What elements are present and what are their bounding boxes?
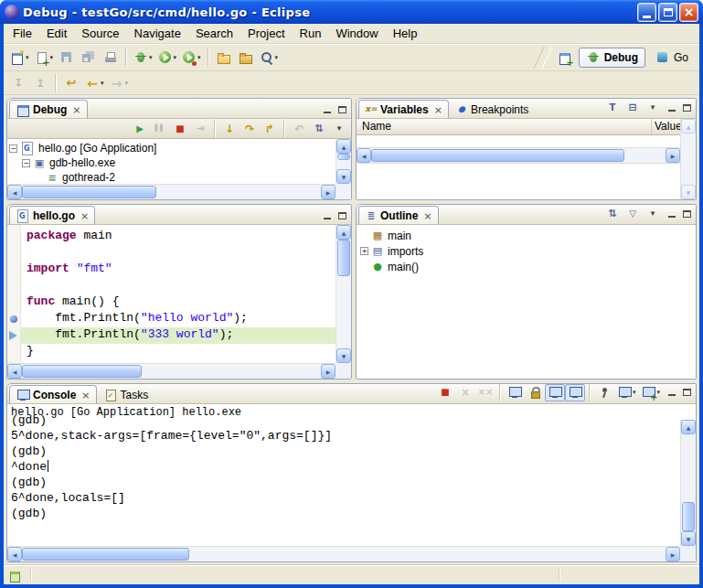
debug-tree-item[interactable]: ▣gdb-hello.exe <box>7 155 336 170</box>
tab-tasks[interactable]: Tasks <box>97 385 155 403</box>
show-console-on-stdout-button[interactable] <box>545 384 565 401</box>
debug-hscrollbar[interactable] <box>7 184 336 199</box>
variables-table[interactable] <box>357 135 680 147</box>
variables-hscrollbar[interactable] <box>357 147 680 163</box>
new-go-element-button[interactable]: ▾ <box>32 47 57 69</box>
debug-vscrollbar[interactable] <box>336 139 351 184</box>
display-selected-console-button[interactable]: ▾ <box>614 384 639 401</box>
minimize-view-button[interactable] <box>320 209 334 222</box>
open-perspective-button[interactable] <box>554 47 576 69</box>
external-tools-button[interactable]: ▾ <box>179 47 204 69</box>
scroll-left-icon[interactable] <box>7 185 22 199</box>
scroll-right-icon[interactable] <box>666 148 680 163</box>
expander-icon[interactable] <box>9 144 17 153</box>
tab-debug-view[interactable]: Debug <box>9 100 88 118</box>
ruler-row[interactable] <box>7 262 20 278</box>
menu-file[interactable]: File <box>5 24 39 43</box>
variables-detail-pane[interactable] <box>357 163 680 199</box>
open-element-button[interactable] <box>213 47 235 69</box>
minimize-button[interactable] <box>637 3 656 22</box>
view-menu-button[interactable]: ▾ <box>643 99 663 116</box>
ruler-row[interactable] <box>7 344 20 360</box>
scroll-down-icon[interactable] <box>336 169 351 184</box>
scroll-down-icon[interactable] <box>681 531 696 546</box>
print-button[interactable] <box>100 47 122 69</box>
scroll-up-icon[interactable] <box>336 225 351 240</box>
editor-code[interactable]: package main import "fmt" func main() { … <box>21 225 336 363</box>
step-return-button[interactable]: ↱ <box>260 120 280 137</box>
title-bar[interactable]: Debug - testGo/src/cmd/hello.go - Eclips… <box>0 0 703 24</box>
new-go-element-dropdown-icon[interactable]: ▾ <box>50 54 54 61</box>
scroll-lock-button[interactable] <box>525 384 545 401</box>
new-wizard-dropdown-icon[interactable]: ▾ <box>26 54 29 61</box>
search-dropdown-icon[interactable]: ▾ <box>275 54 279 61</box>
view-menu-button[interactable]: ▾ <box>329 120 349 137</box>
back-dropdown-icon[interactable]: ▾ <box>101 80 104 87</box>
pin-console-button[interactable] <box>594 384 614 401</box>
external-tools-dropdown-icon[interactable]: ▾ <box>197 54 201 61</box>
run-button[interactable]: ▾ <box>155 47 180 69</box>
editor-ruler[interactable] <box>7 225 21 363</box>
editor-vscrollbar[interactable] <box>336 225 351 363</box>
menu-navigate[interactable]: Navigate <box>127 24 188 43</box>
code-line[interactable]: fmt.Println("hello world"); <box>21 311 336 327</box>
scroll-thumb[interactable] <box>22 186 156 198</box>
clear-console-button[interactable] <box>505 384 525 401</box>
tab-variables[interactable]: x=Variables <box>358 100 449 118</box>
collapse-all-button[interactable]: ⊟ <box>623 99 643 116</box>
menu-source[interactable]: Source <box>74 24 126 43</box>
minimize-view-button[interactable] <box>665 208 678 220</box>
maximize-view-button[interactable] <box>680 102 694 114</box>
scroll-right-icon[interactable] <box>321 185 336 199</box>
debug-tree[interactable]: hello.go [Go Application]▣gdb-hello.exe≡… <box>7 139 336 184</box>
scroll-down-icon[interactable] <box>336 348 351 363</box>
outline-item[interactable]: ▦main <box>358 228 694 243</box>
code-line[interactable]: import "fmt" <box>21 262 336 278</box>
menu-help[interactable]: Help <box>386 24 425 43</box>
ruler-row[interactable] <box>7 229 20 245</box>
expander-icon[interactable] <box>22 159 30 167</box>
scroll-thumb[interactable] <box>337 154 350 160</box>
menu-window[interactable]: Window <box>328 24 385 43</box>
menu-edit[interactable]: Edit <box>39 24 74 43</box>
search-button[interactable]: ▾ <box>257 47 282 69</box>
debug-tree-item[interactable]: ≡gothread-2 <box>7 170 336 184</box>
resume-button[interactable]: ▶ <box>130 120 150 137</box>
code-line[interactable]: func main() { <box>21 294 336 311</box>
scroll-up-icon[interactable] <box>336 139 351 154</box>
minimize-view-button[interactable] <box>665 102 678 114</box>
close-icon[interactable] <box>423 209 431 222</box>
code-line[interactable] <box>21 278 336 294</box>
ruler-row[interactable] <box>7 278 20 294</box>
scroll-thumb[interactable] <box>337 240 350 276</box>
scroll-thumb[interactable] <box>371 149 624 162</box>
step-over-button[interactable]: ↷ <box>240 120 260 137</box>
scroll-up-icon[interactable] <box>681 420 696 434</box>
use-step-filters-button[interactable]: ⇅ <box>309 120 329 137</box>
maximize-view-button[interactable] <box>680 386 694 399</box>
display-selected-console-dropdown-icon[interactable]: ▾ <box>633 389 636 396</box>
menu-search[interactable]: Search <box>188 24 240 43</box>
code-line[interactable] <box>21 245 336 262</box>
maximize-view-button[interactable] <box>336 103 349 116</box>
column-name[interactable]: Name <box>357 119 652 134</box>
outline-item[interactable]: ●main() <box>358 259 694 274</box>
debug-button[interactable]: ▾ <box>131 47 155 69</box>
console-vscrollbar[interactable] <box>680 420 696 546</box>
ruler-row[interactable] <box>7 294 20 311</box>
show-type-names-button[interactable]: T <box>602 99 623 116</box>
close-icon[interactable] <box>434 103 442 116</box>
new-wizard-button[interactable]: ▾ <box>7 47 32 69</box>
open-resource-button[interactable] <box>235 47 257 69</box>
ruler-row[interactable] <box>7 327 20 344</box>
close-icon[interactable] <box>81 389 90 401</box>
close-button[interactable] <box>679 3 698 22</box>
outline-list[interactable]: ▦main▤imports●main() <box>357 225 696 277</box>
scroll-right-icon[interactable] <box>321 364 336 379</box>
forward-dropdown-icon[interactable]: ▾ <box>125 80 129 87</box>
debug-dropdown-icon[interactable]: ▾ <box>149 54 153 61</box>
variables-column-header[interactable]: Name Value <box>357 119 680 135</box>
filter-button[interactable]: ▽ <box>623 205 643 222</box>
outline-item[interactable]: ▤imports <box>358 243 694 259</box>
maximize-view-button[interactable] <box>336 209 349 222</box>
